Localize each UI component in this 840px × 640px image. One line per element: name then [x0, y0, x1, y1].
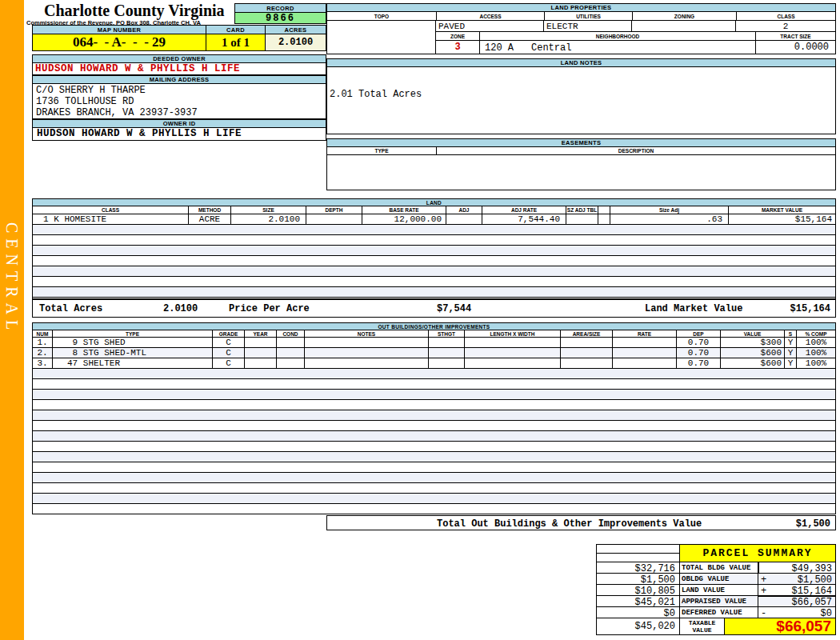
land-adj [446, 214, 482, 224]
address-line-1: C/O SHERRY H THARPE [33, 84, 326, 96]
neighborhood-col-label: NEIGHBORHOOD [480, 32, 756, 40]
ob-col-rate: RATE [613, 330, 677, 337]
ob-total-row: Total Out Buildings & Other Improvements… [326, 515, 836, 530]
land-col-class: CLASS [33, 206, 189, 214]
ob-empty-rows [32, 369, 836, 514]
ps-prev-deferred: $0 [596, 606, 680, 618]
easements-box [326, 155, 836, 190]
ps-label-appraised: APPRAISED VALUE [679, 595, 758, 607]
ob-pct-comp: 100% [797, 348, 835, 358]
land-size-adj: .63 [610, 214, 729, 224]
land-sz-adj-tbl [566, 214, 598, 224]
tract-size-value: 0.0000 [756, 41, 835, 54]
land-properties-title: LAND PROPERTIES [326, 3, 836, 12]
tract-size-col-label: TRACT SIZE [756, 32, 835, 40]
land-properties-header: TOPO ACCESS UTILITIES ZONING CLASS [326, 12, 836, 21]
land-col-size: SIZE [231, 206, 306, 214]
owner-id-label: OWNER ID [32, 119, 326, 128]
land-col-method: METHOD [189, 206, 231, 214]
ob-col-year: YEAR [245, 330, 277, 337]
land-col-sz-adj-tbl: SZ ADJ TBL [566, 206, 598, 214]
class-col-label: CLASS [737, 12, 835, 20]
ob-dep: 0.70 [677, 348, 721, 358]
ob-type: 8 STG SHED-MTL [53, 348, 213, 358]
parcel-summary: PARCEL SUMMARY $32,716 TOTAL BLDG VALUE … [596, 544, 836, 635]
ps-label-deferred: DEFERRED VALUE [679, 606, 758, 618]
land-col-base-rate: BASE RATE [362, 206, 446, 214]
total-acres-value: 2.0100 [163, 303, 198, 314]
topo-value [326, 21, 436, 54]
ps-prev-total-bldg: $32,716 [596, 562, 680, 574]
easement-type-label: TYPE [327, 147, 437, 154]
ob-col-s: S [785, 330, 797, 337]
land-col-size-adj: Size Adj [610, 206, 729, 214]
ob-s: Y [785, 338, 797, 347]
land-market-value-total: $15,164 [790, 303, 830, 314]
card-value: 1 of 1 [206, 34, 266, 51]
out-buildings-title: OUT BUILDINGS/OTHER IMPROVEMENTS [32, 322, 836, 330]
neighborhood-code: 120 A [485, 42, 514, 54]
address-line-3: DRAKES BRANCH, VA 23937-3937 [33, 107, 326, 118]
acres-value: 2.0100 [265, 34, 326, 51]
ob-total-label: Total Out Buildings & Other Improvements… [437, 518, 702, 530]
district-label: CENTRAL [2, 222, 21, 335]
ps-prev-obldg: $1,500 [596, 573, 680, 585]
zone-header-row: ZONE NEIGHBORHOOD TRACT SIZE [436, 32, 836, 41]
ob-col-cond: COND [277, 330, 305, 337]
utilities-value: ELECTR [544, 21, 632, 31]
ob-dep: 0.70 [677, 338, 721, 347]
access-value: PAVED [436, 21, 544, 31]
ps-label-taxable: TAXABLE VALUE [679, 618, 725, 635]
ob-row-3: 3. 47 SHELTER C 0.70 $600 Y 100% [32, 358, 836, 369]
map-number-value: 064- - A- - - 29 [32, 34, 206, 51]
ob-value: $600 [721, 358, 785, 368]
total-acres-label: Total Acres [39, 303, 102, 314]
ps-taxable-value: $66,057 [724, 618, 836, 635]
address-line-2: 1736 TOLLHOUSE RD [33, 96, 326, 107]
land-col-adj: ADJ [446, 206, 482, 214]
land-notes-box: 2.01 Total Acres [326, 67, 836, 134]
land-blank [598, 214, 610, 224]
ob-row-2: 2. 8 STG SHED-MTL C 0.70 $600 Y 100% [32, 348, 836, 358]
zone-col-label: ZONE [436, 32, 480, 40]
land-col-market-value: MARKET VALUE [729, 206, 835, 214]
price-per-acre-value: $7,544 [437, 303, 471, 314]
land-market-value: $15,164 [729, 214, 835, 224]
zone-value: 3 [436, 41, 480, 54]
ob-pct-comp: 100% [797, 358, 835, 368]
out-buildings-header: NUM TYPE GRADE YEAR COND NOTES STHGT LEN… [32, 330, 836, 338]
land-market-value-label: Land Market Value [645, 303, 742, 314]
ob-grade: C [213, 338, 245, 347]
ob-num: 2. [33, 348, 53, 358]
land-notes-title: LAND NOTES [326, 58, 836, 67]
ps-prev-taxable: $45,020 [596, 618, 680, 635]
ob-col-notes: NOTES [305, 330, 429, 337]
land-empty-rows [32, 225, 836, 299]
land-properties-values: PAVED ELECTR 2 [436, 21, 836, 32]
ob-col-num: NUM [33, 330, 53, 337]
zoning-col-label: ZONING [633, 12, 737, 20]
land-adj-rate: 7,544.40 [482, 214, 566, 224]
parcel-summary-title: PARCEL SUMMARY [679, 544, 836, 562]
land-method: ACRE [189, 214, 231, 224]
land-table-title: LAND [32, 198, 836, 206]
ob-col-dep: DEP [677, 330, 721, 337]
ob-col-sthgt: STHGT [429, 330, 465, 337]
land-col-blank [598, 206, 610, 214]
deeded-owner-label: DEEDED OWNER [32, 54, 326, 63]
topo-col-label: TOPO [327, 12, 437, 20]
easements-header: TYPE DESCRIPTION [326, 147, 836, 155]
ob-num: 1. [33, 338, 53, 347]
ob-s: Y [785, 358, 797, 368]
land-col-depth: DEPTH [306, 206, 362, 214]
class-value: 2 [736, 21, 835, 31]
ob-col-area-size: AREA/SIZE [561, 330, 613, 337]
zoning-value [632, 21, 736, 31]
district-sidebar: CENTRAL [0, 0, 24, 640]
record-value: 9866 [234, 12, 326, 24]
utilities-col-label: UTILITIES [545, 12, 633, 20]
ps-label-total-bldg: TOTAL BLDG VALUE [679, 562, 758, 574]
owner-id-value: HUDSON HOWARD W & PHYLLIS H LIFE [32, 128, 326, 141]
land-notes-text: 2.01 Total Acres [327, 67, 835, 100]
access-col-label: ACCESS [437, 12, 545, 20]
